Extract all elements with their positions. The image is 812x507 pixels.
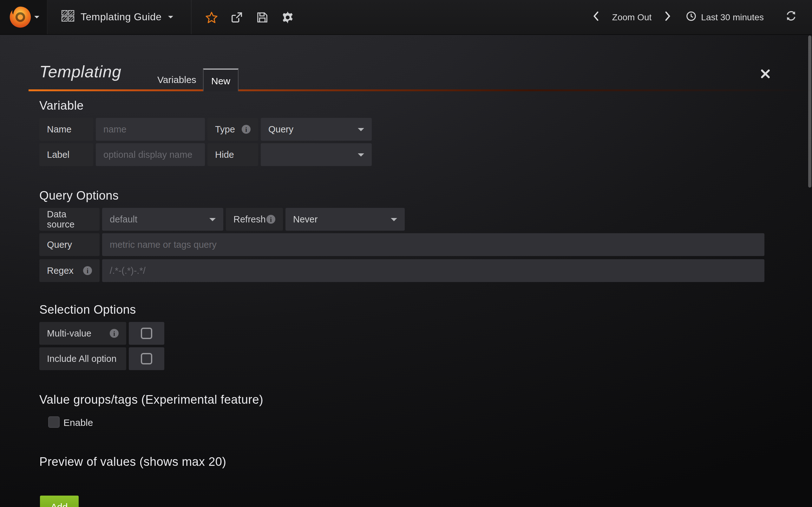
regex-field-wrap — [102, 259, 764, 282]
chevron-left-icon — [594, 11, 599, 23]
grafana-logo-menu[interactable] — [0, 0, 48, 34]
datasource-select[interactable]: default — [102, 208, 223, 231]
value-groups-heading: Value groups/tags (Experimental feature) — [39, 393, 263, 407]
multi-value-checkbox[interactable] — [129, 322, 164, 345]
chevron-down-icon — [209, 218, 216, 221]
refresh-button[interactable] — [780, 6, 802, 28]
info-icon[interactable]: i — [266, 215, 275, 224]
scrollbar-thumb[interactable] — [808, 36, 811, 187]
time-controls: Zoom Out Last 30 minutes — [588, 6, 812, 28]
share-icon — [231, 11, 243, 23]
top-navbar: Templating Guide — [0, 0, 812, 35]
chevron-right-icon — [664, 11, 670, 23]
variable-section-heading: Variable — [39, 99, 84, 113]
datasource-row: Data source default Refresh i Never — [39, 208, 405, 231]
zoom-out-button[interactable]: Zoom Out — [608, 12, 656, 22]
hide-label: Hide — [207, 143, 258, 166]
grafana-logo-icon — [8, 5, 32, 29]
query-field-wrap — [102, 233, 764, 256]
star-icon — [206, 11, 217, 23]
page-title: Templating — [39, 62, 121, 82]
time-shift-forward-button[interactable] — [659, 8, 676, 26]
tab-underline — [29, 89, 812, 91]
datasource-select-value: default — [110, 214, 137, 224]
name-field-wrap — [96, 118, 205, 141]
type-label: Type — [215, 124, 235, 134]
close-icon — [760, 69, 770, 81]
refresh-label: Refresh — [234, 214, 266, 224]
selection-options-heading: Selection Options — [39, 303, 136, 317]
variable-label-row: Label Hide — [39, 143, 372, 166]
enable-checkbox[interactable] — [48, 416, 60, 428]
preview-heading: Preview of values (shows max 20) — [39, 455, 226, 469]
query-options-heading: Query Options — [39, 189, 119, 203]
share-button[interactable] — [224, 4, 250, 30]
dashboard-actions — [199, 4, 300, 30]
query-input[interactable] — [102, 233, 764, 256]
time-range-picker[interactable]: Last 30 minutes — [679, 11, 770, 23]
chevron-down-icon — [391, 218, 397, 221]
info-icon[interactable]: i — [83, 266, 92, 275]
chevron-down-icon — [34, 16, 39, 18]
refresh-select-value: Never — [293, 214, 317, 224]
name-label: Name — [39, 118, 93, 141]
multi-value-label: Multi-value — [47, 328, 91, 338]
info-icon[interactable]: i — [242, 125, 251, 134]
add-button[interactable]: Add — [40, 496, 78, 507]
include-all-checkbox[interactable] — [129, 347, 164, 370]
label-input[interactable] — [96, 143, 205, 166]
settings-button[interactable] — [275, 4, 300, 30]
checkbox-icon — [141, 353, 152, 364]
query-row: Query — [39, 233, 764, 256]
time-shift-back-button[interactable] — [588, 8, 605, 26]
type-label-cell: Type i — [207, 118, 258, 141]
regex-label-cell: Regex i — [39, 259, 100, 282]
dashboard-title: Templating Guide — [81, 11, 161, 23]
refresh-select[interactable]: Never — [286, 208, 405, 231]
time-range-label: Last 30 minutes — [701, 12, 764, 22]
star-button[interactable] — [199, 4, 224, 30]
clock-icon — [686, 11, 697, 23]
label-label: Label — [39, 143, 93, 166]
refresh-label-cell: Refresh i — [226, 208, 283, 231]
include-all-row: Include All option — [39, 347, 164, 370]
tab-variables[interactable]: Variables — [150, 71, 204, 88]
dashboard-grid-icon — [61, 10, 74, 24]
multi-value-label-cell: Multi-value i — [39, 322, 126, 345]
info-icon[interactable]: i — [110, 329, 119, 338]
multi-value-row: Multi-value i — [39, 322, 164, 345]
chevron-down-icon — [358, 128, 364, 131]
save-icon — [256, 11, 268, 23]
regex-row: Regex i — [39, 259, 764, 282]
grafana-app: Templating Guide — [0, 0, 812, 507]
datasource-label: Data source — [39, 208, 100, 231]
refresh-icon — [785, 10, 797, 24]
regex-label: Regex — [47, 266, 73, 276]
label-field-wrap — [96, 143, 205, 166]
enable-label: Enable — [63, 417, 93, 428]
variable-name-row: Name Type i Query — [39, 118, 372, 141]
dashboard-title-menu[interactable]: Templating Guide — [48, 0, 191, 34]
checkbox-icon — [141, 328, 152, 339]
type-select-value: Query — [268, 124, 293, 134]
regex-input[interactable] — [102, 259, 764, 282]
type-select[interactable]: Query — [261, 118, 372, 141]
chevron-down-icon — [168, 16, 173, 18]
tab-new[interactable]: New — [203, 68, 239, 91]
save-button[interactable] — [250, 4, 275, 30]
name-input[interactable] — [96, 118, 205, 141]
query-label: Query — [39, 233, 100, 256]
chevron-down-icon — [358, 153, 364, 156]
hide-select[interactable] — [261, 143, 372, 166]
gear-icon — [282, 11, 294, 23]
include-all-label: Include All option — [39, 347, 126, 370]
close-editor-button[interactable] — [759, 68, 771, 81]
